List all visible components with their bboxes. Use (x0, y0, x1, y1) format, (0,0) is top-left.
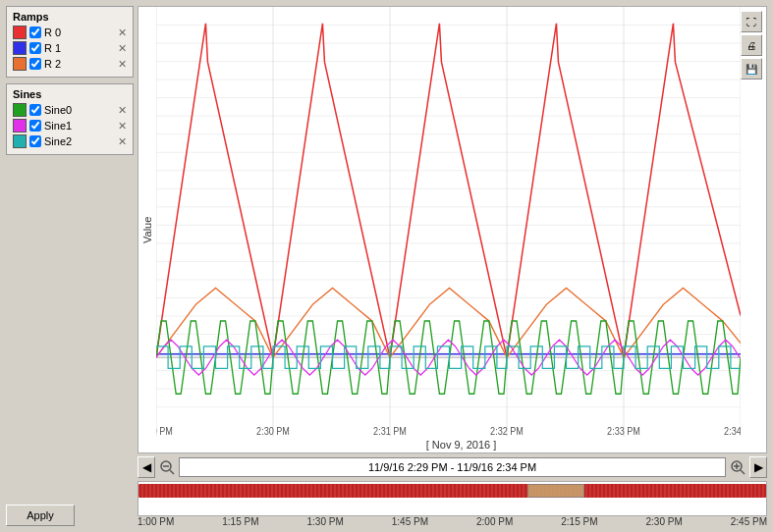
r2-remove[interactable]: ✕ (118, 58, 127, 71)
r2-label: R 2 (44, 58, 115, 70)
zoom-out-icon[interactable] (157, 457, 177, 477)
time-range-input[interactable] (179, 457, 726, 477)
sines-legend-group: Sines Sine0 ✕ Sine1 ✕ Sine2 ✕ (6, 83, 134, 155)
r1-checkbox[interactable] (29, 42, 41, 54)
print-button[interactable]: 🖨 (741, 34, 762, 56)
legend-item-sine2: Sine2 ✕ (13, 134, 127, 148)
save-button[interactable]: 💾 (741, 58, 762, 80)
r1-label: R 1 (44, 42, 115, 54)
r0-remove[interactable]: ✕ (118, 27, 127, 39)
left-panel: Ramps R 0 ✕ R 1 ✕ R 2 ✕ Sines (6, 6, 134, 526)
timeline-bar[interactable] (138, 481, 767, 516)
sine0-remove[interactable]: ✕ (118, 104, 127, 117)
timeline-label-230pm: 2:30 PM (646, 516, 683, 527)
main-container: Ramps R 0 ✕ R 1 ✕ R 2 ✕ Sines (0, 0, 773, 532)
zoom-in-icon[interactable] (728, 457, 747, 477)
nav-bar: ◀ ▶ (138, 456, 767, 478)
sine1-checkbox[interactable] (29, 120, 41, 132)
r1-color (13, 41, 27, 55)
r1-remove[interactable]: ✕ (118, 42, 127, 55)
legend-item-r0: R 0 ✕ (13, 26, 127, 39)
timeline-labels: 1:00 PM 1:15 PM 1:30 PM 1:45 PM 2:00 PM … (138, 516, 767, 527)
ramps-title: Ramps (13, 11, 127, 23)
nav-left-arrow[interactable]: ◀ (138, 456, 155, 478)
r2-color (13, 57, 27, 71)
r2-checkbox[interactable] (29, 58, 41, 70)
timeline-label-115pm: 1:15 PM (222, 516, 258, 527)
sine2-remove[interactable]: ✕ (118, 135, 127, 148)
timeline-label-2pm: 2:00 PM (476, 516, 513, 527)
svg-text:2:32 PM: 2:32 PM (490, 425, 524, 437)
right-panel: Value (138, 6, 767, 526)
timeline-container: 1:00 PM 1:15 PM 1:30 PM 1:45 PM 2:00 PM … (138, 481, 767, 526)
legend-item-sine0: Sine0 ✕ (13, 103, 127, 117)
legend-item-sine1: Sine1 ✕ (13, 119, 127, 133)
y-axis-label: Value (138, 7, 156, 452)
r0-color (13, 26, 27, 39)
timeline-thumb[interactable] (527, 484, 584, 498)
svg-text:2:31 PM: 2:31 PM (373, 425, 407, 437)
fullscreen-button[interactable]: ⛶ (741, 11, 762, 32)
svg-line-61 (170, 470, 174, 474)
sine0-label: Sine0 (44, 104, 115, 116)
chart-inner: 950 900 850 800 750 700 650 600 550 500 … (156, 7, 766, 452)
sine0-checkbox[interactable] (29, 104, 41, 116)
sine2-checkbox[interactable] (29, 135, 41, 147)
sine1-remove[interactable]: ✕ (118, 120, 127, 133)
timeline-label-130pm: 1:30 PM (307, 516, 344, 527)
chart-area: Value (138, 6, 767, 453)
apply-button[interactable]: Apply (6, 505, 75, 526)
nav-right-arrow[interactable]: ▶ (749, 456, 767, 478)
timeline-label-245pm: 2:45 PM (731, 516, 767, 527)
r0-checkbox[interactable] (29, 27, 41, 38)
svg-text:2:30 PM: 2:30 PM (256, 425, 290, 437)
timeline-label-1pm: 1:00 PM (138, 516, 174, 527)
chart-icons: ⛶ 🖨 💾 (741, 11, 762, 80)
timeline-label-145pm: 1:45 PM (392, 516, 428, 527)
sine1-color (13, 119, 27, 133)
timeline-label-215pm: 2:15 PM (561, 516, 597, 527)
legend-item-r2: R 2 ✕ (13, 57, 127, 71)
date-label: [ Nov 9, 2016 ] (156, 437, 766, 452)
sines-title: Sines (13, 88, 127, 100)
svg-text:2:33 PM: 2:33 PM (607, 425, 640, 437)
legend-item-r1: R 1 ✕ (13, 41, 127, 55)
r0-label: R 0 (44, 27, 115, 38)
sine0-color (13, 103, 27, 117)
ramps-legend-group: Ramps R 0 ✕ R 1 ✕ R 2 ✕ (6, 6, 134, 78)
svg-line-64 (741, 470, 745, 474)
sine2-label: Sine2 (44, 135, 115, 147)
svg-text:2:34 PM: 2:34 PM (724, 425, 741, 437)
sine1-label: Sine1 (44, 120, 115, 132)
svg-text:2:29 PM: 2:29 PM (156, 425, 173, 437)
sine2-color (13, 134, 27, 148)
svg-rect-68 (138, 484, 766, 498)
